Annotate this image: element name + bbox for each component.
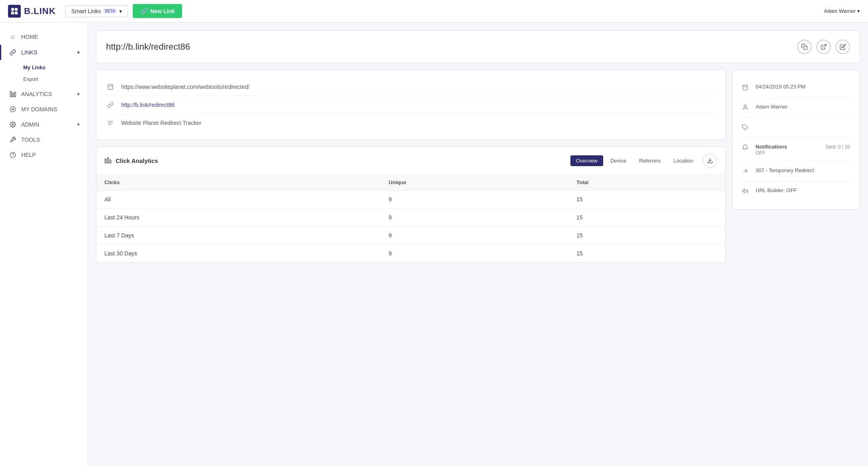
text-icon	[106, 120, 115, 126]
sidebar-domains-label: MY DOMAINS	[21, 106, 57, 112]
new-link-button[interactable]: 🔗 New Link	[133, 4, 182, 18]
short-url[interactable]: http://b.link/redirect86	[121, 102, 175, 108]
calendar-icon	[742, 84, 750, 92]
svg-rect-1	[15, 8, 18, 11]
sidebar-item-my-links[interactable]: My Links	[20, 62, 88, 73]
tab-device[interactable]: Device	[605, 155, 632, 166]
download-button[interactable]	[703, 153, 717, 168]
sidebar-item-admin[interactable]: ADMIN ▾	[0, 117, 88, 132]
row-unique-all: 9	[381, 191, 569, 209]
analytics-table: Clicks Unique Total All 9 15	[96, 175, 725, 262]
tab-overview[interactable]: Overview	[570, 155, 603, 166]
svg-rect-4	[10, 91, 11, 96]
analytics-header: Click Analytics Overview Device Referrer…	[96, 147, 725, 175]
sidebar-item-links[interactable]: LINKS ▾	[0, 45, 88, 60]
row-label-30d: Last 30 Days	[96, 245, 381, 263]
sidebar-item-tools[interactable]: TOOLS	[0, 132, 88, 147]
svg-rect-21	[110, 160, 111, 163]
smart-links-chevron-icon: ▾	[119, 8, 122, 14]
admin-chevron-icon: ▾	[77, 122, 80, 127]
username: Adam Warner	[824, 8, 856, 14]
row-label-all: All	[96, 191, 381, 209]
new-link-label: New Link	[150, 8, 175, 14]
analytics-tabs: Overview Device Referrers Location	[570, 155, 699, 166]
right-panel: 04/24/2019 05:23 PM Adam Warner	[732, 70, 860, 210]
svg-rect-12	[804, 46, 807, 50]
sidebar-home-label: HOME	[21, 34, 38, 40]
links-submenu: My Links Export	[0, 60, 88, 86]
svg-rect-6	[14, 92, 16, 96]
megaphone-icon	[742, 188, 750, 196]
open-external-button[interactable]	[816, 40, 831, 54]
copy-button[interactable]	[797, 40, 812, 54]
analytics-card: Click Analytics Overview Device Referrer…	[96, 147, 726, 263]
sidebar-analytics-label: ANALYTICS	[21, 91, 52, 97]
arrow-right-icon	[742, 168, 750, 176]
table-row: Last 7 Days 9 15	[96, 227, 725, 245]
table-row: Last 30 Days 9 15	[96, 245, 725, 263]
notifications-label: Notifications	[756, 144, 787, 150]
edit-button[interactable]	[836, 40, 850, 54]
svg-marker-30	[742, 189, 745, 193]
created-date: 04/24/2019 05:23 PM	[756, 84, 805, 90]
window-icon	[106, 84, 115, 90]
svg-rect-19	[105, 159, 106, 163]
svg-rect-2	[11, 12, 14, 14]
user-icon	[742, 104, 750, 112]
sidebar-item-analytics[interactable]: ANALYTICS ▾	[0, 86, 88, 102]
notifications-row: Notifications Sent: 0 / 10 OFF	[742, 138, 850, 162]
analytics-chevron-icon: ▾	[77, 91, 80, 97]
sidebar-item-home[interactable]: ⌂ HOME	[0, 29, 88, 45]
short-url-row: http://b.link/redirect86	[106, 96, 716, 114]
table-row: Last 24 Hours 9 15	[96, 209, 725, 227]
logo-icon	[8, 5, 21, 18]
svg-rect-3	[15, 12, 18, 14]
row-total-all: 15	[568, 191, 725, 209]
link-title: Website Planet Redirect Tracker	[121, 120, 202, 126]
content-split: https://www.websiteplanet.com/webtools/r…	[96, 70, 860, 263]
sidebar-links-label: LINKS	[21, 49, 37, 56]
row-unique-30d: 9	[381, 245, 569, 263]
chain-icon	[106, 102, 115, 108]
svg-point-9	[12, 124, 14, 125]
redirect-type-row: 307 - Temporary Redirect	[742, 162, 850, 182]
svg-point-7	[10, 106, 15, 112]
svg-rect-14	[108, 84, 113, 89]
table-row: All 9 15	[96, 191, 725, 209]
svg-point-8	[12, 108, 14, 110]
created-date-row: 04/24/2019 05:23 PM	[742, 78, 850, 98]
layout: ⌂ HOME LINKS ▾ My Links Export	[0, 22, 868, 466]
topnav: B.LINK Smart Links BETA ▾ 🔗 New Link Ada…	[0, 0, 868, 22]
redirect-type: 307 - Temporary Redirect	[756, 167, 814, 173]
owner-row: Adam Warner	[742, 98, 850, 118]
col-unique: Unique	[381, 175, 569, 191]
col-total: Total	[568, 175, 725, 191]
svg-line-13	[823, 44, 826, 47]
destination-row: https://www.websiteplanet.com/webtools/r…	[106, 78, 716, 96]
user-chevron-icon: ▾	[857, 8, 860, 14]
col-clicks: Clicks	[96, 175, 381, 191]
url-builder-status: URL Builder: OFF	[756, 187, 797, 193]
sidebar-item-help[interactable]: HELP	[0, 147, 88, 163]
links-icon	[9, 49, 16, 56]
notifications-sent: Sent: 0 / 10	[826, 144, 850, 150]
smart-links-label: Smart Links	[71, 8, 101, 14]
analytics-title: Click Analytics	[116, 157, 566, 164]
tab-referrers[interactable]: Referrers	[634, 155, 666, 166]
content-right: 04/24/2019 05:23 PM Adam Warner	[732, 70, 860, 263]
user-menu[interactable]: Adam Warner ▾	[824, 8, 860, 14]
logo-text: B.LINK	[24, 6, 56, 16]
tags-row	[742, 118, 850, 138]
row-total-7d: 15	[568, 227, 725, 245]
destination-url: https://www.websiteplanet.com/webtools/r…	[121, 84, 250, 90]
page-header: http://b.link/redirect86	[96, 30, 860, 63]
tab-location[interactable]: Location	[668, 155, 699, 166]
home-icon: ⌂	[9, 33, 16, 40]
sidebar-admin-label: ADMIN	[21, 121, 39, 128]
row-unique-7d: 9	[381, 227, 569, 245]
smart-links-button[interactable]: Smart Links BETA ▾	[65, 5, 128, 17]
analytics-icon	[9, 91, 16, 97]
sidebar-item-export[interactable]: Export	[20, 73, 88, 85]
sidebar-item-my-domains[interactable]: MY DOMAINS	[0, 102, 88, 117]
row-total-30d: 15	[568, 245, 725, 263]
